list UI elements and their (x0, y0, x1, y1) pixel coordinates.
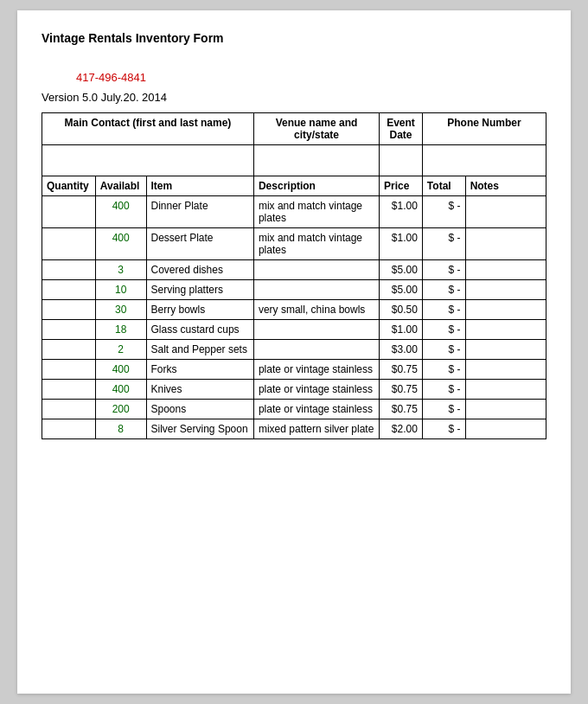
price-cell: $5.00 (380, 260, 423, 280)
total-cell: $ - (422, 260, 465, 280)
avail-col-header: Availabl (95, 176, 146, 196)
qty-cell[interactable] (42, 360, 96, 380)
notes-cell[interactable] (465, 419, 546, 439)
price-cell: $5.00 (380, 280, 423, 300)
item-cell: Knives (146, 380, 253, 400)
avail-cell: 200 (95, 400, 146, 419)
desc-col-header: Description (253, 176, 379, 196)
table-row: 200 Spoons plate or vintage stainless $0… (42, 400, 546, 419)
qty-cell[interactable] (42, 380, 96, 400)
column-headers-row: Quantity Availabl Item Description Price… (42, 176, 546, 196)
qty-cell[interactable] (42, 400, 96, 419)
item-cell: Salt and Pepper sets (146, 340, 253, 360)
price-cell: $3.00 (380, 340, 423, 360)
venue-header: Venue name and city/state (253, 113, 379, 145)
notes-cell[interactable] (465, 196, 546, 228)
desc-cell: mix and match vintage plates (253, 196, 379, 228)
notes-cell[interactable] (465, 320, 546, 340)
price-col-header: Price (380, 176, 423, 196)
total-cell: $ - (422, 340, 465, 360)
desc-cell (253, 320, 379, 340)
table-row: 10 Serving platters $5.00 $ - (42, 280, 546, 300)
avail-cell: 8 (95, 419, 146, 439)
item-cell: Serving platters (146, 280, 253, 300)
item-cell: Covered dishes (146, 260, 253, 280)
item-cell: Spoons (146, 400, 253, 419)
table-row: 8 Silver Serving Spoon mixed pattern sil… (42, 419, 546, 439)
notes-cell[interactable] (465, 380, 546, 400)
avail-cell: 400 (95, 228, 146, 260)
main-contact-cell[interactable] (42, 145, 254, 176)
avail-cell: 30 (95, 300, 146, 320)
venue-cell[interactable] (253, 145, 379, 176)
price-cell: $0.75 (380, 400, 423, 419)
qty-cell[interactable] (42, 280, 96, 300)
table-row: 400 Knives plate or vintage stainless $0… (42, 380, 546, 400)
qty-cell[interactable] (42, 340, 96, 360)
version-label: Version 5.0 July.20. 2014 (42, 91, 546, 104)
total-cell: $ - (422, 400, 465, 419)
table-row: 400 Dinner Plate mix and match vintage p… (42, 196, 546, 228)
qty-cell[interactable] (42, 228, 96, 260)
total-cell: $ - (422, 300, 465, 320)
table-row: 400 Forks plate or vintage stainless $0.… (42, 360, 546, 380)
notes-cell[interactable] (465, 400, 546, 419)
avail-cell: 400 (95, 360, 146, 380)
avail-cell: 10 (95, 280, 146, 300)
desc-cell: plate or vintage stainless (253, 380, 379, 400)
notes-cell[interactable] (465, 280, 546, 300)
qty-cell[interactable] (42, 260, 96, 280)
total-cell: $ - (422, 280, 465, 300)
avail-cell: 18 (95, 320, 146, 340)
desc-cell: very small, china bowls (253, 300, 379, 320)
desc-cell (253, 260, 379, 280)
avail-cell: 400 (95, 196, 146, 228)
notes-cell[interactable] (465, 228, 546, 260)
notes-cell[interactable] (465, 340, 546, 360)
total-cell: $ - (422, 380, 465, 400)
price-cell: $2.00 (380, 419, 423, 439)
price-cell: $0.75 (380, 380, 423, 400)
total-cell: $ - (422, 196, 465, 228)
notes-cell[interactable] (465, 300, 546, 320)
total-cell: $ - (422, 360, 465, 380)
qty-col-header: Quantity (42, 176, 96, 196)
desc-cell (253, 340, 379, 360)
table-row: 18 Glass custard cups $1.00 $ - (42, 320, 546, 340)
inventory-table: Main Contact (first and last name) Venue… (42, 112, 546, 439)
phone-number-header: Phone Number (422, 113, 546, 145)
main-contact-header: Main Contact (first and last name) (42, 113, 254, 145)
table-row: 3 Covered dishes $5.00 $ - (42, 260, 546, 280)
avail-cell: 3 (95, 260, 146, 280)
table-row: 2 Salt and Pepper sets $3.00 $ - (42, 340, 546, 360)
desc-cell: mix and match vintage plates (253, 228, 379, 260)
notes-cell[interactable] (465, 260, 546, 280)
item-cell: Silver Serving Spoon (146, 419, 253, 439)
event-date-header: Event Date (380, 113, 423, 145)
notes-col-header: Notes (465, 176, 546, 196)
notes-cell[interactable] (465, 360, 546, 380)
total-cell: $ - (422, 419, 465, 439)
qty-cell[interactable] (42, 419, 96, 439)
avail-cell: 400 (95, 380, 146, 400)
total-col-header: Total (422, 176, 465, 196)
price-cell: $0.50 (380, 300, 423, 320)
total-cell: $ - (422, 228, 465, 260)
phone-cell[interactable] (422, 145, 546, 176)
qty-cell[interactable] (42, 320, 96, 340)
event-date-cell[interactable] (380, 145, 423, 176)
desc-cell: mixed pattern silver plate (253, 419, 379, 439)
contact-header-row: Main Contact (first and last name) Venue… (42, 113, 546, 145)
qty-cell[interactable] (42, 300, 96, 320)
item-cell: Dessert Plate (146, 228, 253, 260)
desc-cell (253, 280, 379, 300)
table-row: 400 Dessert Plate mix and match vintage … (42, 228, 546, 260)
avail-cell: 2 (95, 340, 146, 360)
price-cell: $1.00 (380, 196, 423, 228)
price-cell: $1.00 (380, 228, 423, 260)
price-cell: $1.00 (380, 320, 423, 340)
item-cell: Forks (146, 360, 253, 380)
total-cell: $ - (422, 320, 465, 340)
qty-cell[interactable] (42, 196, 96, 228)
item-cell: Glass custard cups (146, 320, 253, 340)
